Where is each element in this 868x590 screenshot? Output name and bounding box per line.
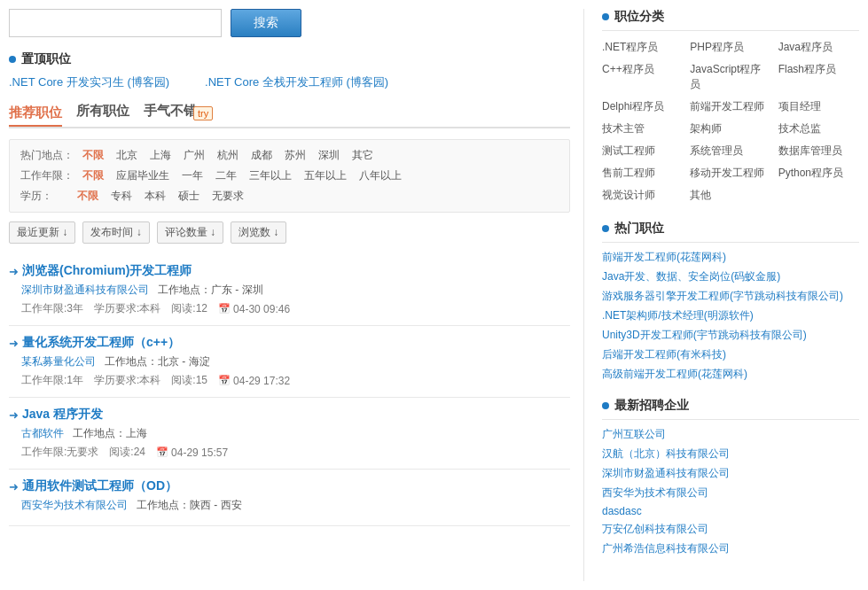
- job-views: 阅读:24: [109, 445, 145, 460]
- hot-job-link[interactable]: 游戏服务器引擎开发工程师(字节跳动科技有限公司): [602, 290, 843, 302]
- location-option-beijing[interactable]: 北京: [113, 147, 141, 164]
- education-filter-row: 学历： 不限 专科 本科 硕士 无要求: [20, 188, 559, 205]
- category-item[interactable]: 视觉设计师: [602, 186, 683, 205]
- right-panel: 职位分类 .NET程序员 PHP程序员 Java程序员 C++程序员 JavaS…: [584, 9, 859, 581]
- hot-job-link[interactable]: 前端开发工程师(花莲网科): [602, 251, 726, 263]
- category-item[interactable]: Python程序员: [778, 164, 859, 182]
- category-item[interactable]: 移动开发工程师: [690, 164, 770, 182]
- category-item[interactable]: Delphi程序员: [602, 97, 683, 116]
- edu-option-master[interactable]: 硕士: [175, 188, 203, 205]
- edu-option-bachelor[interactable]: 本科: [141, 188, 169, 205]
- exp-option-unlimited[interactable]: 不限: [79, 167, 107, 184]
- location-option-guangzhou[interactable]: 广州: [180, 147, 208, 164]
- calendar-icon: 📅: [218, 303, 231, 314]
- pinned-links: .NET Core 开发实习生 (博客园) .NET Core 全栈开发工程师 …: [9, 74, 570, 90]
- category-item[interactable]: Flash程序员: [778, 60, 859, 94]
- category-item[interactable]: 系统管理员: [690, 142, 770, 160]
- job-location: 工作地点：陕西 - 西安: [137, 498, 242, 513]
- list-item: 汉航（北京）科技有限公司: [602, 446, 859, 462]
- company-link[interactable]: 广州互联公司: [602, 428, 666, 440]
- hot-jobs-title: 热门职位: [602, 221, 859, 243]
- list-item: 深圳市财盈通科技有限公司: [602, 466, 859, 481]
- category-item[interactable]: 架构师: [690, 120, 770, 138]
- category-item[interactable]: JavaScript程序员: [690, 60, 770, 94]
- location-option-hangzhou[interactable]: 杭州: [214, 147, 242, 164]
- arrow-icon: ➜: [9, 337, 19, 350]
- exp-option-fresh[interactable]: 应届毕业生: [113, 167, 173, 184]
- edu-option-none[interactable]: 无要求: [208, 188, 247, 205]
- location-option-chengdu[interactable]: 成都: [247, 147, 276, 164]
- category-item[interactable]: .NET程序员: [602, 38, 683, 57]
- exp-option-3year[interactable]: 三年以上: [246, 167, 295, 184]
- category-item[interactable]: PHP程序员: [690, 38, 770, 57]
- hot-job-link[interactable]: .NET架构师/技术经理(明源软件): [602, 309, 754, 322]
- category-item[interactable]: 其他: [690, 186, 770, 205]
- edu-option-unlimited[interactable]: 不限: [74, 188, 102, 205]
- sort-comments[interactable]: 评论数量 ↓: [157, 221, 223, 244]
- list-item: 后端开发工程师(有米科技): [602, 347, 859, 362]
- company-link[interactable]: dasdasc: [602, 505, 642, 517]
- company-link[interactable]: 西安华为技术有限公司: [602, 486, 708, 499]
- category-item[interactable]: 技术主管: [602, 120, 683, 138]
- company-link[interactable]: 深圳市财盈通科技有限公司: [602, 467, 730, 479]
- location-option-suzhou[interactable]: 苏州: [281, 147, 309, 164]
- company-link[interactable]: 广州希浩信息科技有限公司: [602, 542, 730, 555]
- location-option-other[interactable]: 其它: [348, 147, 377, 164]
- hot-job-link[interactable]: Unity3D开发工程师(宇节跳动科技有限公司): [602, 329, 807, 341]
- company-name[interactable]: 某私募量化公司: [21, 354, 96, 369]
- location-option-shanghai[interactable]: 上海: [146, 147, 175, 164]
- hot-job-link[interactable]: 后端开发工程师(有米科技): [602, 348, 726, 361]
- location-option-shenzhen[interactable]: 深圳: [315, 147, 343, 164]
- pinned-job-2[interactable]: .NET Core 全栈开发工程师 (博客园): [205, 74, 388, 90]
- sort-recent[interactable]: 最近更新 ↓: [9, 221, 75, 244]
- tab-all[interactable]: 所有职位: [76, 103, 129, 123]
- category-item[interactable]: 测试工程师: [602, 142, 683, 160]
- location-option-unlimited[interactable]: 不限: [79, 147, 107, 164]
- company-link[interactable]: 汉航（北京）科技有限公司: [602, 447, 730, 460]
- job-date: 📅 04-29 17:32: [218, 375, 290, 387]
- company-name[interactable]: 西安华为技术有限公司: [21, 498, 128, 513]
- exp-option-8year[interactable]: 八年以上: [356, 167, 405, 184]
- list-item: 万安亿创科技有限公司: [602, 522, 859, 537]
- exp-option-5year[interactable]: 五年以上: [301, 167, 350, 184]
- job-title-link[interactable]: 通用软件测试工程师（OD）: [22, 478, 177, 494]
- pinned-section: 置顶职位 .NET Core 开发实习生 (博客园) .NET Core 全栈开…: [9, 51, 570, 90]
- companies-title: 最新招聘企业: [602, 398, 859, 420]
- category-item[interactable]: 项目经理: [778, 97, 859, 116]
- category-item[interactable]: C++程序员: [602, 60, 683, 94]
- job-views: 阅读:15: [171, 373, 207, 388]
- category-item[interactable]: 售前工程师: [602, 164, 683, 182]
- exp-option-1year[interactable]: 一年: [178, 167, 207, 184]
- category-item[interactable]: Java程序员: [778, 38, 859, 57]
- tab-recommended[interactable]: 推荐职位: [9, 105, 62, 127]
- job-date: 📅 04-30 09:46: [218, 303, 290, 315]
- hot-job-link[interactable]: Java开发、数据、安全岗位(码蚁金服): [602, 270, 780, 283]
- edu-option-college[interactable]: 专科: [107, 188, 136, 205]
- job-title-link[interactable]: 量化系统开发工程师（c++）: [22, 335, 180, 351]
- company-link[interactable]: 万安亿创科技有限公司: [602, 523, 708, 535]
- category-item[interactable]: 技术总监: [778, 120, 859, 138]
- company-name[interactable]: 深圳市财盈通科技有限公司: [21, 283, 149, 298]
- table-row: ➜ 浏览器(Chromium)开发工程师 深圳市财盈通科技有限公司 工作地点：广…: [9, 254, 570, 326]
- search-bar: 搜索: [9, 9, 570, 37]
- job-title-link[interactable]: Java 程序开发: [22, 407, 103, 423]
- hot-job-link[interactable]: 高级前端开发工程师(花莲网科): [602, 368, 747, 380]
- calendar-icon: 📅: [218, 375, 231, 386]
- company-list: 广州互联公司 汉航（北京）科技有限公司 深圳市财盈通科技有限公司 西安华为技术有…: [602, 427, 859, 556]
- sort-publish[interactable]: 发布时间 ↓: [82, 221, 149, 244]
- search-button[interactable]: 搜索: [231, 9, 301, 37]
- pinned-job-1[interactable]: .NET Core 开发实习生 (博客园): [9, 74, 169, 90]
- company-name[interactable]: 古都软件: [21, 426, 64, 441]
- sort-views[interactable]: 浏览数 ↓: [231, 221, 286, 244]
- tab-lucky[interactable]: 手气不错: [144, 103, 197, 123]
- job-title-link[interactable]: 浏览器(Chromium)开发工程师: [22, 263, 192, 279]
- arrow-icon: ➜: [9, 265, 19, 278]
- job-experience: 工作年限:无要求: [21, 445, 98, 460]
- exp-option-2year[interactable]: 二年: [212, 167, 240, 184]
- job-title-row: ➜ Java 程序开发: [9, 407, 570, 423]
- category-item[interactable]: 前端开发工程师: [690, 97, 770, 116]
- job-experience: 工作年限:1年: [21, 373, 83, 388]
- search-input[interactable]: [9, 9, 222, 37]
- category-item[interactable]: 数据库管理员: [778, 142, 859, 160]
- filters-panel: 热门地点： 不限 北京 上海 广州 杭州 成都 苏州 深圳 其它 工作年限： 不…: [9, 139, 570, 213]
